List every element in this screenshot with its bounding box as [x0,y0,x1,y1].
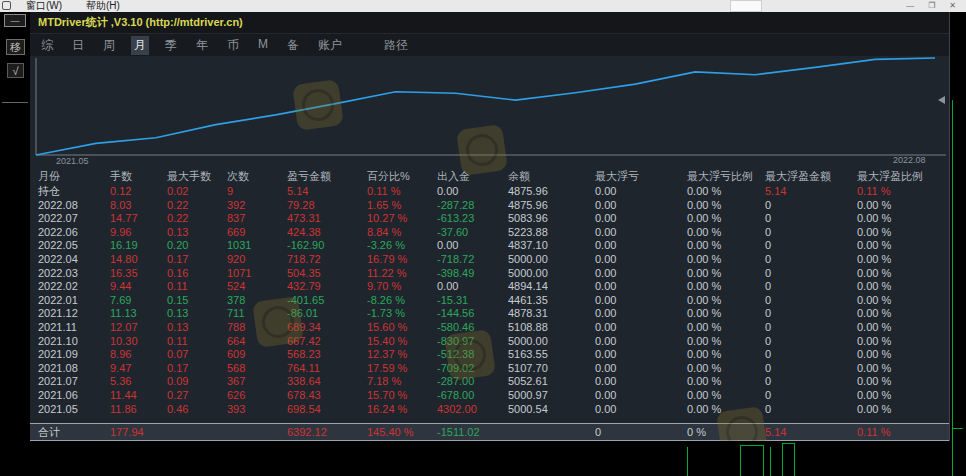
cell: -1.73 % [367,307,437,321]
cell: 15.40 % [367,335,437,349]
stats-panel: MTDriver统计 ,V3.10 (http://mtdriver.cn) 综… [30,12,950,441]
cell: 2022.01 [38,294,110,308]
tab-备[interactable]: 备 [284,36,302,55]
cell: 0 [765,226,857,240]
tab-M[interactable]: M [255,36,271,55]
cell: -37.60 [437,226,508,240]
table-row-2021.12: 2021.1211.130.13711-86.01-1.73 %-144.564… [30,307,949,321]
cell: 2022.05 [38,239,110,253]
cell: 0.11 [167,280,227,294]
cell: 669 [227,226,287,240]
cell: 0.00 % [687,199,765,213]
tab-账户[interactable]: 账户 [315,36,345,55]
cell: -162.90 [287,239,367,253]
tab-月[interactable]: 月 [131,36,149,55]
cell: 0 [765,321,857,335]
cell: 5107.70 [508,362,595,376]
sidebar: — 移 √ [0,12,30,476]
cell: -1511.02 [437,424,508,440]
cell: 0.09 [167,375,227,389]
cell: 1031 [227,239,287,253]
table-row-2022.05: 2022.0516.190.201031-162.90-3.26 %0.0048… [30,239,949,253]
cell: 0.22 [167,212,227,226]
watermark-logo [456,124,508,176]
mtdriver-stats-screen: 窗口(W) 帮助(H) — ❐ ✕ — 移 √ MTDriver统计 ,V3.1… [0,0,966,476]
cell: 5.14 [287,185,367,199]
column-header: 百分比% [367,170,437,184]
cell: 12.07 [110,321,167,335]
tab-币[interactable]: 币 [224,36,242,55]
cell: 0 [765,362,857,376]
column-header: 手数 [110,170,167,184]
cell: 5052.61 [508,375,595,389]
tab-季[interactable]: 季 [162,36,180,55]
underlying-chart-artifact [740,445,764,476]
cell: 0.00 % [857,307,949,321]
cell: 626 [227,389,287,403]
tab-path[interactable]: 路径 [384,37,408,54]
panel-move-button[interactable]: 移 [6,39,25,55]
cell: 0.00 % [857,253,949,267]
column-header: 最大浮亏 [595,170,687,184]
table-row-2021.07: 2021.075.360.09367338.647.18 %-287.00505… [30,375,949,389]
cell: 5000.00 [508,267,595,281]
cell: 764.11 [287,362,367,376]
minimize-icon[interactable]: — [906,0,914,12]
child-window-controls: — ❐ ✕ [906,0,956,12]
cell: 8.84 % [367,226,437,240]
tab-综[interactable]: 综 [38,36,56,55]
cell: 5.14 [765,185,857,199]
cell: 1071 [227,267,287,281]
cell: 0 [765,389,857,403]
cell: 0.00 [595,294,687,308]
tab-日[interactable]: 日 [69,36,87,55]
cell: 16.19 [110,239,167,253]
cell: 2021.05 [38,403,110,417]
menu-item-window[interactable]: 窗口(W) [26,0,62,12]
cell: 10.27 % [367,212,437,226]
cell: 11.13 [110,307,167,321]
underlying-chart-artifact [770,447,771,476]
cell: 0.00 [595,375,687,389]
cell: 718.72 [287,253,367,267]
cell: 0.00 [437,239,508,253]
cell: 12.37 % [367,348,437,362]
cell: 0.00 [595,267,687,281]
cell: 2021.11 [38,321,110,335]
close-icon[interactable]: ✕ [949,0,956,12]
cell: 2022.06 [38,226,110,240]
cell: 11.22 % [367,267,437,281]
panel-title: MTDriver统计 ,V3.10 (http://mtdriver.cn) [30,15,243,30]
cell: 4894.14 [508,280,595,294]
cell: 0.00 % [857,375,949,389]
panel-check-button[interactable]: √ [7,63,24,78]
cell: 0.17 [167,253,227,267]
table-row-2021.06: 2021.0611.440.27626678.4315.70 %-678.005… [30,389,949,403]
cell: 0.11 [167,335,227,349]
cell: 9.44 [110,280,167,294]
cell: 424.38 [287,226,367,240]
tab-年[interactable]: 年 [193,36,211,55]
cell: 0.00 % [857,321,949,335]
price-marker-icon [938,96,945,104]
tab-row-items: 综日周月季年币M备账户 [38,36,358,55]
cell: 0 [765,280,857,294]
cell: 17.59 % [367,362,437,376]
restore-icon[interactable]: ❐ [928,0,935,12]
menu-item-help[interactable]: 帮助(H) [86,0,120,12]
cell: 0 [765,348,857,362]
cell: 0.00 % [687,253,765,267]
panel-minimize-button[interactable]: — [4,14,26,27]
cell: 5223.88 [508,226,595,240]
cell [167,424,227,440]
cell: 0.00 % [857,199,949,213]
cropped-toolbar-icon [2,1,11,10]
table-row-2022.02: 2022.029.440.11524432.799.70 %0.004894.1… [30,280,949,294]
cell: 9.47 [110,362,167,376]
cell: 145.40 % [367,424,437,440]
watermark-logo [252,296,304,348]
column-header: 最大浮盈金额 [765,170,857,184]
cell: -678.00 [437,389,508,403]
column-header: 月份 [38,170,110,184]
tab-周[interactable]: 周 [100,36,118,55]
